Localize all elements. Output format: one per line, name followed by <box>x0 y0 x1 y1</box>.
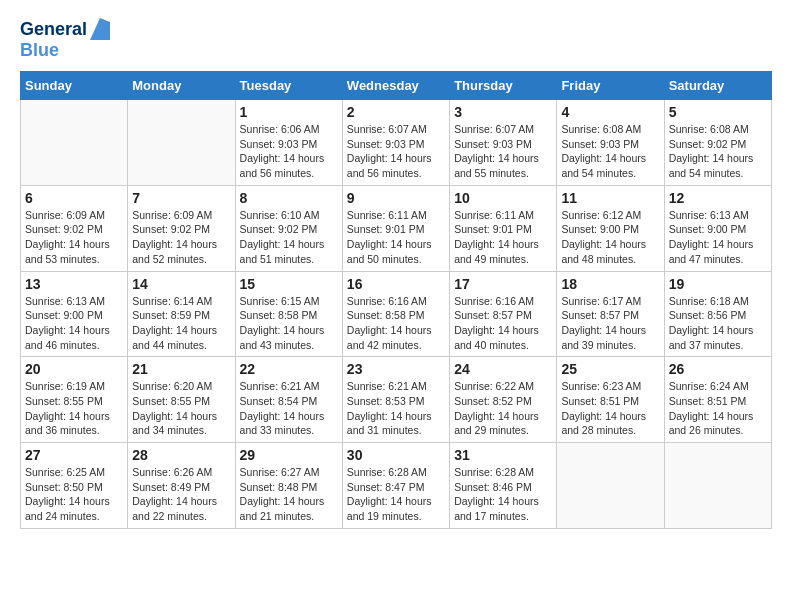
day-number: 26 <box>669 361 767 377</box>
day-info: Sunrise: 6:27 AMSunset: 8:48 PMDaylight:… <box>240 465 338 524</box>
calendar-cell: 26Sunrise: 6:24 AMSunset: 8:51 PMDayligh… <box>664 357 771 443</box>
calendar-cell: 12Sunrise: 6:13 AMSunset: 9:00 PMDayligh… <box>664 185 771 271</box>
day-number: 17 <box>454 276 552 292</box>
day-number: 21 <box>132 361 230 377</box>
calendar-cell: 14Sunrise: 6:14 AMSunset: 8:59 PMDayligh… <box>128 271 235 357</box>
day-info: Sunrise: 6:09 AMSunset: 9:02 PMDaylight:… <box>132 208 230 267</box>
day-number: 20 <box>25 361 123 377</box>
calendar-cell: 29Sunrise: 6:27 AMSunset: 8:48 PMDayligh… <box>235 443 342 529</box>
calendar-cell: 10Sunrise: 6:11 AMSunset: 9:01 PMDayligh… <box>450 185 557 271</box>
calendar-cell: 13Sunrise: 6:13 AMSunset: 9:00 PMDayligh… <box>21 271 128 357</box>
day-number: 29 <box>240 447 338 463</box>
calendar-cell: 21Sunrise: 6:20 AMSunset: 8:55 PMDayligh… <box>128 357 235 443</box>
calendar-cell <box>664 443 771 529</box>
calendar-week-row: 20Sunrise: 6:19 AMSunset: 8:55 PMDayligh… <box>21 357 772 443</box>
calendar-cell <box>557 443 664 529</box>
day-info: Sunrise: 6:13 AMSunset: 9:00 PMDaylight:… <box>669 208 767 267</box>
calendar-cell: 19Sunrise: 6:18 AMSunset: 8:56 PMDayligh… <box>664 271 771 357</box>
day-info: Sunrise: 6:21 AMSunset: 8:53 PMDaylight:… <box>347 379 445 438</box>
calendar-cell <box>21 100 128 186</box>
day-number: 28 <box>132 447 230 463</box>
day-number: 9 <box>347 190 445 206</box>
day-number: 27 <box>25 447 123 463</box>
day-info: Sunrise: 6:14 AMSunset: 8:59 PMDaylight:… <box>132 294 230 353</box>
day-number: 10 <box>454 190 552 206</box>
day-info: Sunrise: 6:19 AMSunset: 8:55 PMDaylight:… <box>25 379 123 438</box>
calendar-week-row: 1Sunrise: 6:06 AMSunset: 9:03 PMDaylight… <box>21 100 772 186</box>
day-number: 12 <box>669 190 767 206</box>
day-info: Sunrise: 6:28 AMSunset: 8:47 PMDaylight:… <box>347 465 445 524</box>
day-number: 14 <box>132 276 230 292</box>
calendar-cell: 22Sunrise: 6:21 AMSunset: 8:54 PMDayligh… <box>235 357 342 443</box>
weekday-header-wednesday: Wednesday <box>342 72 449 100</box>
calendar-week-row: 27Sunrise: 6:25 AMSunset: 8:50 PMDayligh… <box>21 443 772 529</box>
day-info: Sunrise: 6:24 AMSunset: 8:51 PMDaylight:… <box>669 379 767 438</box>
day-number: 31 <box>454 447 552 463</box>
day-info: Sunrise: 6:20 AMSunset: 8:55 PMDaylight:… <box>132 379 230 438</box>
logo-text-general: General <box>20 20 87 40</box>
day-number: 1 <box>240 104 338 120</box>
weekday-header-sunday: Sunday <box>21 72 128 100</box>
day-number: 15 <box>240 276 338 292</box>
calendar-week-row: 13Sunrise: 6:13 AMSunset: 9:00 PMDayligh… <box>21 271 772 357</box>
day-info: Sunrise: 6:07 AMSunset: 9:03 PMDaylight:… <box>347 122 445 181</box>
day-info: Sunrise: 6:26 AMSunset: 8:49 PMDaylight:… <box>132 465 230 524</box>
logo-text-blue: Blue <box>20 40 59 61</box>
weekday-header-tuesday: Tuesday <box>235 72 342 100</box>
logo: General Blue <box>20 20 110 61</box>
calendar-cell: 16Sunrise: 6:16 AMSunset: 8:58 PMDayligh… <box>342 271 449 357</box>
calendar-cell: 27Sunrise: 6:25 AMSunset: 8:50 PMDayligh… <box>21 443 128 529</box>
calendar-cell: 9Sunrise: 6:11 AMSunset: 9:01 PMDaylight… <box>342 185 449 271</box>
svg-marker-0 <box>90 18 110 40</box>
calendar-cell: 25Sunrise: 6:23 AMSunset: 8:51 PMDayligh… <box>557 357 664 443</box>
calendar-cell: 3Sunrise: 6:07 AMSunset: 9:03 PMDaylight… <box>450 100 557 186</box>
day-info: Sunrise: 6:07 AMSunset: 9:03 PMDaylight:… <box>454 122 552 181</box>
day-info: Sunrise: 6:13 AMSunset: 9:00 PMDaylight:… <box>25 294 123 353</box>
day-info: Sunrise: 6:16 AMSunset: 8:57 PMDaylight:… <box>454 294 552 353</box>
day-info: Sunrise: 6:11 AMSunset: 9:01 PMDaylight:… <box>454 208 552 267</box>
day-number: 30 <box>347 447 445 463</box>
calendar-cell: 18Sunrise: 6:17 AMSunset: 8:57 PMDayligh… <box>557 271 664 357</box>
calendar-cell: 17Sunrise: 6:16 AMSunset: 8:57 PMDayligh… <box>450 271 557 357</box>
day-number: 4 <box>561 104 659 120</box>
day-number: 8 <box>240 190 338 206</box>
day-info: Sunrise: 6:21 AMSunset: 8:54 PMDaylight:… <box>240 379 338 438</box>
day-number: 16 <box>347 276 445 292</box>
day-number: 24 <box>454 361 552 377</box>
calendar-week-row: 6Sunrise: 6:09 AMSunset: 9:02 PMDaylight… <box>21 185 772 271</box>
day-number: 22 <box>240 361 338 377</box>
day-info: Sunrise: 6:08 AMSunset: 9:03 PMDaylight:… <box>561 122 659 181</box>
day-number: 2 <box>347 104 445 120</box>
day-info: Sunrise: 6:11 AMSunset: 9:01 PMDaylight:… <box>347 208 445 267</box>
day-number: 3 <box>454 104 552 120</box>
day-info: Sunrise: 6:15 AMSunset: 8:58 PMDaylight:… <box>240 294 338 353</box>
calendar-cell: 11Sunrise: 6:12 AMSunset: 9:00 PMDayligh… <box>557 185 664 271</box>
day-number: 7 <box>132 190 230 206</box>
calendar-cell: 31Sunrise: 6:28 AMSunset: 8:46 PMDayligh… <box>450 443 557 529</box>
calendar-cell: 15Sunrise: 6:15 AMSunset: 8:58 PMDayligh… <box>235 271 342 357</box>
weekday-header-row: SundayMondayTuesdayWednesdayThursdayFrid… <box>21 72 772 100</box>
day-number: 23 <box>347 361 445 377</box>
day-info: Sunrise: 6:22 AMSunset: 8:52 PMDaylight:… <box>454 379 552 438</box>
day-info: Sunrise: 6:17 AMSunset: 8:57 PMDaylight:… <box>561 294 659 353</box>
calendar-cell: 28Sunrise: 6:26 AMSunset: 8:49 PMDayligh… <box>128 443 235 529</box>
day-number: 18 <box>561 276 659 292</box>
calendar-cell: 23Sunrise: 6:21 AMSunset: 8:53 PMDayligh… <box>342 357 449 443</box>
calendar-cell <box>128 100 235 186</box>
day-info: Sunrise: 6:25 AMSunset: 8:50 PMDaylight:… <box>25 465 123 524</box>
weekday-header-friday: Friday <box>557 72 664 100</box>
day-info: Sunrise: 6:23 AMSunset: 8:51 PMDaylight:… <box>561 379 659 438</box>
day-info: Sunrise: 6:18 AMSunset: 8:56 PMDaylight:… <box>669 294 767 353</box>
weekday-header-saturday: Saturday <box>664 72 771 100</box>
day-number: 19 <box>669 276 767 292</box>
calendar-cell: 4Sunrise: 6:08 AMSunset: 9:03 PMDaylight… <box>557 100 664 186</box>
day-number: 25 <box>561 361 659 377</box>
calendar-cell: 1Sunrise: 6:06 AMSunset: 9:03 PMDaylight… <box>235 100 342 186</box>
day-number: 5 <box>669 104 767 120</box>
day-info: Sunrise: 6:10 AMSunset: 9:02 PMDaylight:… <box>240 208 338 267</box>
day-info: Sunrise: 6:16 AMSunset: 8:58 PMDaylight:… <box>347 294 445 353</box>
calendar-cell: 24Sunrise: 6:22 AMSunset: 8:52 PMDayligh… <box>450 357 557 443</box>
day-number: 11 <box>561 190 659 206</box>
calendar-cell: 8Sunrise: 6:10 AMSunset: 9:02 PMDaylight… <box>235 185 342 271</box>
calendar-table: SundayMondayTuesdayWednesdayThursdayFrid… <box>20 71 772 529</box>
